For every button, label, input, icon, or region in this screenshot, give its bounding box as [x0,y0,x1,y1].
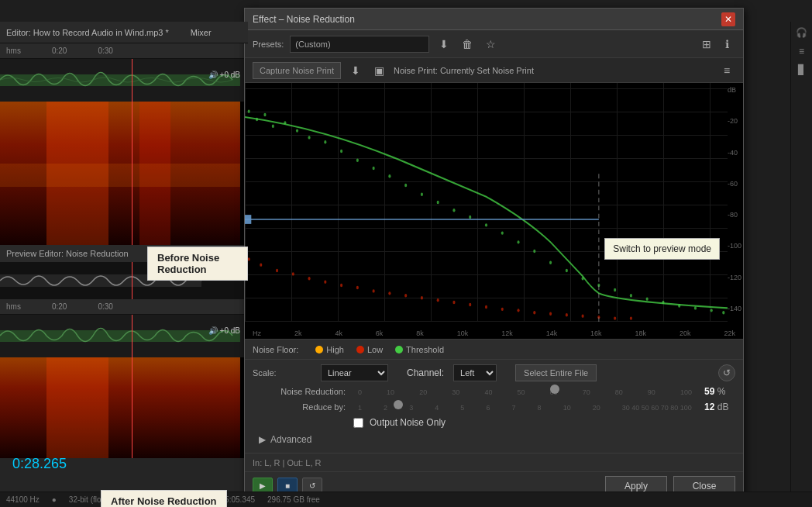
svg-point-60 [533,311,535,314]
delete-preset-button[interactable]: 🗑 [459,36,476,53]
spectrogram-bottom [0,357,248,458]
svg-point-12 [272,125,274,128]
noise-reduction-dialog: Effect – Noise Reduction ✕ Presets: ⬇ 🗑 … [244,8,744,500]
ruler-020: 0:20 [52,47,67,55]
svg-point-27 [501,231,504,234]
info-icon[interactable]: ℹ [718,36,735,53]
reduce-by-value: 12 dB [704,402,735,412]
sidebar-eq-icon[interactable]: ≡ [794,43,810,59]
svg-point-21 [404,184,407,187]
advanced-row[interactable]: ▶ Advanced [259,431,735,448]
sidebar-levels-icon[interactable]: ▊ [794,62,810,78]
noise-print-menu-icon[interactable]: ≡ [718,62,735,79]
stereo-mode: Stereo [139,495,162,504]
svg-point-56 [469,303,471,306]
svg-rect-7 [0,357,240,458]
svg-point-48 [340,284,342,287]
noise-reduction-thumb[interactable] [550,385,559,394]
mixer-label: Mixer [191,28,212,37]
svg-point-22 [421,193,423,196]
favorite-preset-button[interactable]: ☆ [482,36,499,53]
svg-point-26 [485,223,487,226]
ruler-030: 0:30 [98,47,112,55]
svg-rect-68 [245,215,251,224]
svg-point-20 [388,174,391,178]
svg-point-28 [517,240,519,243]
svg-point-37 [662,301,664,304]
duration: 5:05.345 [225,495,255,504]
capture-noise-print-button[interactable]: Capture Noise Print [253,62,341,79]
top-bar: Editor: How to Record Audio in Wind.mp3 … [0,22,248,43]
chart-svg [245,83,728,322]
svg-point-25 [469,216,471,219]
chart-area: dB -20 -40 -60 -80 -100 -120 -140 Hz 2k … [245,83,743,339]
bit-depth: 32-bit (float) [69,495,110,504]
scale-select[interactable]: Linear Logarithmic [321,364,388,381]
reduce-by-labels: 1 2 3 4 5 6 7 8 10 20 30 40 50 60 70 80 … [358,404,692,412]
svg-point-13 [284,121,286,124]
svg-point-55 [452,301,455,304]
noise-reduction-label: Noise Reduction: [253,387,346,396]
noise-reduction-value: 59 % [704,386,735,397]
svg-point-24 [452,209,455,212]
playhead-spec-bottom [132,357,132,458]
playhead-top [132,59,132,102]
select-entire-file-button[interactable]: Select Entire File [515,364,597,381]
noise-floor-label: Noise Floor: [253,345,298,354]
noise-reduction-slider-container: 0 10 20 30 40 50 60 70 80 90 100 [358,388,692,396]
scale-channel-row: Scale: Linear Logarithmic Channel: Left … [253,364,735,381]
legend-threshold-dot [395,346,403,354]
svg-point-61 [549,312,552,316]
svg-point-38 [678,304,680,307]
timestamp-display: 0:28.265 [6,456,73,472]
svg-rect-4 [0,164,240,187]
noise-print-toggle-icon[interactable]: ▣ [370,62,387,79]
svg-point-42 [248,257,250,260]
preview-editor-label: Preview Editor: Noise Reduction [0,245,248,262]
legend-threshold: Threshold [395,345,444,354]
output-noise-only-checkbox[interactable] [353,418,363,428]
ruler2-hms: hms [6,302,21,311]
noise-print-status: Noise Print: Currently Set Noise Print [394,66,534,75]
track-ruler: hms 0:20 0:30 [0,43,248,59]
svg-point-18 [356,159,359,162]
svg-point-29 [533,250,535,253]
svg-point-43 [260,263,262,266]
sidebar-headphone-icon[interactable]: 🎧 [794,25,810,40]
noise-print-download-icon[interactable]: ⬇ [347,62,364,79]
reset-button[interactable]: ↺ [718,364,735,381]
svg-point-51 [388,291,391,295]
svg-point-16 [324,140,326,143]
status-bar: 44100 Hz ● 32-bit (float) ● Stereo 102.7… [0,491,812,507]
waveform-track: 🔊 +0 dB [0,59,248,102]
noise-reduction-labels: 0 10 20 30 40 50 60 70 80 90 100 [358,388,692,396]
svg-point-17 [340,150,342,153]
channel-select[interactable]: Left Right Both [453,364,497,381]
presets-input[interactable] [290,36,429,53]
presets-row: Presets: ⬇ 🗑 ☆ ⊞ ℹ [245,30,743,58]
svg-point-41 [722,311,724,314]
reduce-by-row: Reduce by: 1 2 3 4 5 6 7 8 10 20 3 [253,402,735,412]
settings-icon[interactable]: ⊞ [698,36,715,53]
svg-point-34 [614,288,616,291]
controls-section: Scale: Linear Logarithmic Channel: Left … [245,359,743,453]
reduce-by-slider-container: 1 2 3 4 5 6 7 8 10 20 30 40 50 60 70 80 … [358,403,692,412]
svg-point-36 [646,297,649,300]
svg-point-49 [356,286,359,289]
io-label: In: L, R | Out: L, R [253,458,321,467]
reduce-by-thumb[interactable] [394,400,403,409]
editor-panel: Editor: How to Record Audio in Wind.mp3 … [0,22,248,507]
svg-point-57 [485,305,487,309]
svg-rect-8 [46,357,108,458]
ruler2-020: 0:20 [52,302,67,311]
dialog-close-button[interactable]: ✕ [721,12,735,26]
output-noise-only-row: Output Noise Only [353,417,735,428]
save-preset-button[interactable]: ⬇ [435,36,452,53]
reduce-by-label: Reduce by: [253,402,346,412]
svg-point-11 [263,113,266,116]
svg-point-66 [630,316,632,319]
advanced-chevron-icon: ▶ [259,434,266,445]
io-row: In: L, R | Out: L, R [245,453,743,471]
svg-point-30 [549,261,552,264]
svg-point-58 [501,308,504,311]
